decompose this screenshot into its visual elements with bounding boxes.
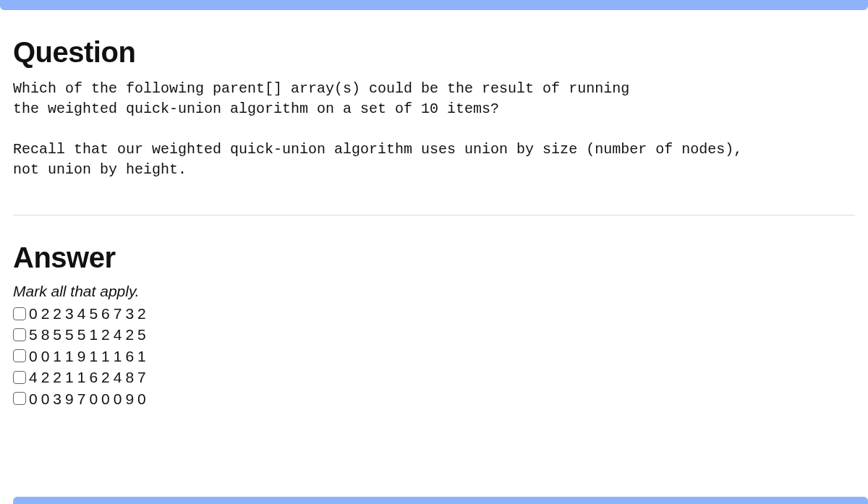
question-body: Which of the following parent[] array(s)…	[13, 79, 855, 180]
bottom-accent-bar	[13, 497, 868, 504]
option-row: 5855512425	[13, 324, 855, 345]
option-row: 4221162487	[13, 367, 855, 388]
option-checkbox-2[interactable]	[13, 349, 26, 362]
option-row: 0039700090	[13, 388, 855, 409]
option-checkbox-4[interactable]	[13, 392, 26, 405]
option-checkbox-1[interactable]	[13, 328, 26, 341]
option-text: 0011911161	[29, 346, 150, 367]
top-accent-bar	[0, 0, 868, 10]
option-text: 0039700090	[29, 388, 150, 409]
answer-heading: Answer	[13, 242, 855, 274]
question-heading: Question	[13, 36, 855, 69]
option-text: 4221162487	[29, 367, 150, 388]
main-content: Question Which of the following parent[]…	[0, 10, 868, 409]
option-checkbox-3[interactable]	[13, 371, 26, 384]
option-row: 0223456732	[13, 303, 855, 324]
answer-instruction: Mark all that apply.	[13, 283, 855, 300]
option-text: 0223456732	[29, 303, 150, 324]
option-text: 5855512425	[29, 324, 150, 345]
option-row: 0011911161	[13, 346, 855, 367]
section-divider	[13, 215, 855, 215]
option-checkbox-0[interactable]	[13, 307, 26, 320]
